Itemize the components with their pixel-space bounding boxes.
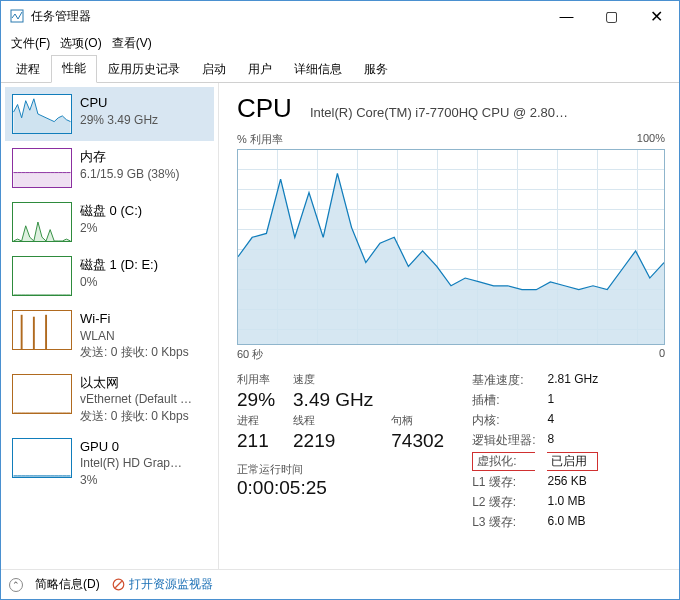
- speed-label: 速度: [293, 372, 373, 387]
- sidebar-item-wi-fi[interactable]: Wi-Fi WLAN 发送: 0 接收: 0 Kbps: [5, 303, 214, 367]
- sidebar-item-subtitle2: 发送: 0 接收: 0 Kbps: [80, 344, 207, 360]
- main-heading: CPU: [237, 93, 292, 124]
- titlebar[interactable]: 任务管理器 — ▢ ✕: [1, 1, 679, 31]
- svg-marker-10: [238, 173, 664, 344]
- base-speed-label: 基准速度:: [472, 372, 535, 389]
- sidebar-item-text: Wi-Fi WLAN 发送: 0 接收: 0 Kbps: [80, 310, 207, 360]
- sparkline-thumb: [12, 310, 72, 350]
- cpu-model: Intel(R) Core(TM) i7-7700HQ CPU @ 2.80…: [310, 105, 665, 120]
- l2-label: L2 缓存:: [472, 494, 535, 511]
- body: CPU 29% 3.49 GHz 内存 6.1/15.9 GB (38%) 磁盘…: [1, 83, 679, 569]
- sidebar[interactable]: CPU 29% 3.49 GHz 内存 6.1/15.9 GB (38%) 磁盘…: [1, 83, 219, 569]
- sidebar-item-text: 以太网 vEthernet (Default … 发送: 0 接收: 0 Kbp…: [80, 374, 207, 424]
- sidebar-item-subtitle2: 发送: 0 接收: 0 Kbps: [80, 408, 207, 424]
- sidebar-item-label: Wi-Fi: [80, 310, 207, 328]
- sockets-value: 1: [547, 392, 598, 409]
- chart-top-left-label: % 利用率: [237, 132, 283, 147]
- l3-value: 6.0 MB: [547, 514, 598, 531]
- svg-rect-5: [21, 315, 23, 349]
- svg-marker-2: [14, 173, 71, 187]
- cpu-chart: [237, 149, 665, 345]
- axis-right-label: 0: [659, 347, 665, 362]
- sidebar-item-text: GPU 0 Intel(R) HD Grap… 3%: [80, 438, 207, 488]
- sparkline-thumb: [12, 256, 72, 296]
- chart-top-right-label: 100%: [637, 132, 665, 147]
- tabs: 进程 性能 应用历史记录 启动 用户 详细信息 服务: [1, 55, 679, 83]
- handles-label: 句柄: [391, 413, 444, 428]
- sidebar-item-subtitle: WLAN: [80, 328, 207, 344]
- open-resource-monitor-link[interactable]: 打开资源监视器: [112, 576, 213, 593]
- sidebar-item-subtitle: 2%: [80, 220, 207, 236]
- main-panel: CPU Intel(R) Core(TM) i7-7700HQ CPU @ 2.…: [219, 83, 679, 569]
- menu-options[interactable]: 选项(O): [60, 35, 101, 52]
- tab-processes[interactable]: 进程: [5, 56, 51, 83]
- l1-label: L1 缓存:: [472, 474, 535, 491]
- sockets-label: 插槽:: [472, 392, 535, 409]
- tab-users[interactable]: 用户: [237, 56, 283, 83]
- tab-performance[interactable]: 性能: [51, 55, 97, 83]
- sidebar-item-gpu-0[interactable]: GPU 0 Intel(R) HD Grap… 3%: [5, 431, 214, 495]
- sidebar-item-label: 以太网: [80, 374, 207, 392]
- sidebar-item--1-d-e-[interactable]: 磁盘 1 (D: E:) 0%: [5, 249, 214, 303]
- statusbar: ⌃ 简略信息(D) 打开资源监视器: [1, 569, 679, 599]
- svg-rect-0: [11, 10, 23, 22]
- sidebar-item-label: 内存: [80, 148, 207, 166]
- handles-value: 74302: [391, 430, 444, 452]
- l1-value: 256 KB: [547, 474, 598, 491]
- sidebar-item-text: 磁盘 0 (C:) 2%: [80, 202, 207, 242]
- sidebar-item-label: 磁盘 0 (C:): [80, 202, 207, 220]
- info-table: 基准速度: 2.81 GHz 插槽: 1 内核: 4 逻辑处理器: 8 虚拟化:…: [472, 372, 598, 531]
- lp-value: 8: [547, 432, 598, 449]
- minimize-button[interactable]: —: [544, 1, 589, 31]
- resource-monitor-icon: [112, 578, 125, 591]
- tab-services[interactable]: 服务: [353, 56, 399, 83]
- cores-value: 4: [547, 412, 598, 429]
- sidebar-item-subtitle: 6.1/15.9 GB (38%): [80, 166, 207, 182]
- sidebar-item-cpu[interactable]: CPU 29% 3.49 GHz: [5, 87, 214, 141]
- axis-left-label: 60 秒: [237, 347, 263, 362]
- collapse-icon[interactable]: ⌃: [9, 578, 23, 592]
- uptime-value: 0:00:05:25: [237, 477, 444, 499]
- sidebar-item-subtitle: 29% 3.49 GHz: [80, 112, 207, 128]
- proc-value: 211: [237, 430, 275, 452]
- l2-value: 1.0 MB: [547, 494, 598, 511]
- fewer-details-link[interactable]: 简略信息(D): [35, 576, 100, 593]
- sparkline-thumb: [12, 94, 72, 134]
- sidebar-item-subtitle2: 3%: [80, 472, 207, 488]
- menu-view[interactable]: 查看(V): [112, 35, 152, 52]
- speed-value: 3.49 GHz: [293, 389, 373, 411]
- menubar: 文件(F) 选项(O) 查看(V): [1, 31, 679, 55]
- sidebar-item-subtitle: Intel(R) HD Grap…: [80, 455, 207, 471]
- sidebar-item--[interactable]: 以太网 vEthernet (Default … 发送: 0 接收: 0 Kbp…: [5, 367, 214, 431]
- svg-rect-7: [45, 315, 47, 349]
- sidebar-item-label: CPU: [80, 94, 207, 112]
- svg-rect-6: [33, 317, 35, 349]
- sparkline-thumb: [12, 438, 72, 478]
- sparkline-thumb: [12, 374, 72, 414]
- sparkline-thumb: [12, 148, 72, 188]
- threads-label: 线程: [293, 413, 373, 428]
- sidebar-item-subtitle: vEthernet (Default …: [80, 391, 207, 407]
- maximize-button[interactable]: ▢: [589, 1, 634, 31]
- window-title: 任务管理器: [31, 8, 544, 25]
- proc-label: 进程: [237, 413, 275, 428]
- sidebar-item--0-c-[interactable]: 磁盘 0 (C:) 2%: [5, 195, 214, 249]
- util-label: 利用率: [237, 372, 275, 387]
- app-icon: [9, 8, 25, 24]
- sidebar-item-text: CPU 29% 3.49 GHz: [80, 94, 207, 134]
- threads-value: 2219: [293, 430, 373, 452]
- sidebar-item-label: 磁盘 1 (D: E:): [80, 256, 207, 274]
- sidebar-item-text: 内存 6.1/15.9 GB (38%): [80, 148, 207, 188]
- tab-details[interactable]: 详细信息: [283, 56, 353, 83]
- sidebar-item-text: 磁盘 1 (D: E:) 0%: [80, 256, 207, 296]
- svg-line-12: [115, 581, 122, 588]
- menu-file[interactable]: 文件(F): [11, 35, 50, 52]
- tab-apphistory[interactable]: 应用历史记录: [97, 56, 191, 83]
- uptime-label: 正常运行时间: [237, 462, 444, 477]
- base-speed-value: 2.81 GHz: [547, 372, 598, 389]
- tab-startup[interactable]: 启动: [191, 56, 237, 83]
- l3-label: L3 缓存:: [472, 514, 535, 531]
- close-button[interactable]: ✕: [634, 1, 679, 31]
- cores-label: 内核:: [472, 412, 535, 429]
- sidebar-item--[interactable]: 内存 6.1/15.9 GB (38%): [5, 141, 214, 195]
